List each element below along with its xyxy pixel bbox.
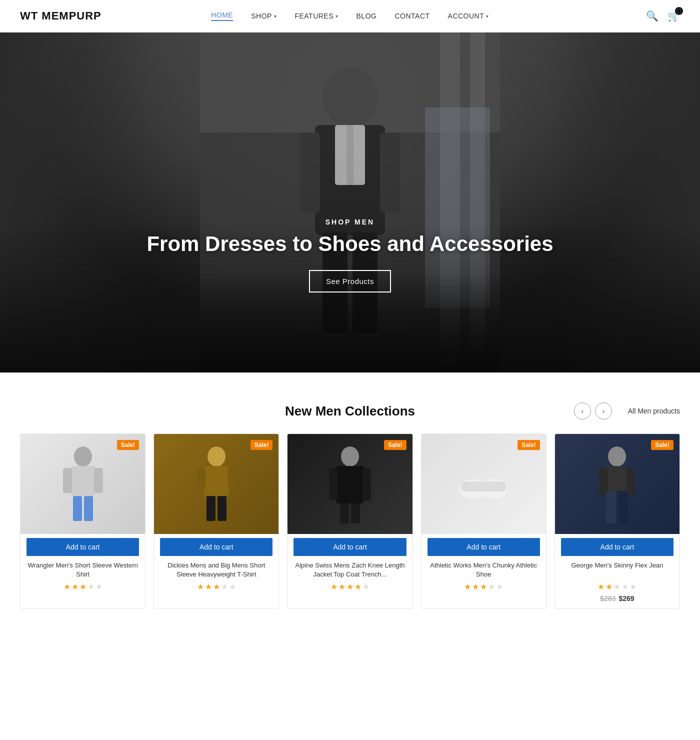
product-image: Sale! <box>20 434 145 534</box>
svg-rect-30 <box>340 504 349 524</box>
product-stars: ★★★★★ <box>26 582 139 592</box>
svg-rect-18 <box>73 496 82 521</box>
price-old: $283 <box>600 594 616 602</box>
hero-title: From Dresses to Shoes and Accessories <box>146 232 553 256</box>
star-4: ★ <box>96 582 102 592</box>
sale-badge: Sale! <box>384 440 406 450</box>
add-to-cart-button[interactable]: Add to cart <box>294 538 406 556</box>
add-to-cart-button[interactable]: Add to cart <box>26 538 139 556</box>
nav-blog[interactable]: BLOG <box>356 12 377 20</box>
sale-badge: Sale! <box>250 440 273 450</box>
site-logo[interactable]: WT MEMPURP <box>20 10 102 22</box>
svg-rect-22 <box>196 468 206 488</box>
svg-rect-41 <box>618 491 628 524</box>
product-card: Sale! Add to cart Athletic Works Men's C… <box>421 434 546 609</box>
all-products-link[interactable]: All Men products <box>628 407 680 415</box>
product-image: Sale! <box>422 434 546 534</box>
product-bottom: Add to cart Athletic Works Men's Chunky … <box>422 534 546 600</box>
svg-rect-27 <box>336 466 364 504</box>
header-icons: 🔍 🛒 0 <box>646 10 680 22</box>
svg-rect-31 <box>351 504 360 524</box>
svg-rect-15 <box>70 466 96 496</box>
product-stars: ★★★★★ <box>294 582 406 592</box>
svg-point-20 <box>208 446 226 466</box>
svg-rect-16 <box>63 468 72 493</box>
product-card: Sale! Add to cart Wrangler Men's Short S… <box>20 434 146 609</box>
price-new: $269 <box>618 594 634 602</box>
product-stars: ★★★★★ <box>561 582 674 592</box>
prev-arrow-button[interactable]: ‹ <box>574 402 591 420</box>
star-0: ★ <box>464 582 471 592</box>
star-2: ★ <box>480 582 487 592</box>
star-0: ★ <box>197 582 204 592</box>
product-bottom: Add to cart Alpine Swiss Mens Zach Knee … <box>288 534 412 600</box>
sale-badge: Sale! <box>651 440 674 450</box>
star-3: ★ <box>88 582 94 592</box>
add-to-cart-button[interactable]: Add to cart <box>561 538 674 556</box>
star-3: ★ <box>221 582 228 592</box>
nav-contact[interactable]: CONTACT <box>394 12 430 20</box>
star-3: ★ <box>488 582 495 592</box>
collections-section: New Men Collections ‹ › All Men products… <box>0 372 700 629</box>
star-2: ★ <box>614 582 620 592</box>
cart-icon-wrap[interactable]: 🛒 0 <box>668 10 680 22</box>
star-4: ★ <box>362 582 370 592</box>
star-1: ★ <box>72 582 78 592</box>
add-to-cart-button[interactable]: Add to cart <box>428 538 540 556</box>
svg-rect-8 <box>380 132 400 212</box>
product-image: Sale! <box>555 434 680 534</box>
nav-features[interactable]: FEATURES ▾ <box>294 12 338 20</box>
svg-rect-24 <box>206 496 216 521</box>
svg-rect-35 <box>481 482 506 492</box>
svg-rect-28 <box>329 468 338 500</box>
star-0: ★ <box>598 582 604 592</box>
nav-shop[interactable]: SHOP ▾ <box>251 12 276 20</box>
product-card: Sale! Add to cart George Men's Skinny Fl… <box>554 434 680 609</box>
product-name: Wrangler Men's Short Sleeve Western Shir… <box>26 561 139 579</box>
account-dropdown-icon: ▾ <box>486 14 489 19</box>
product-name: George Men's Skinny Flex Jean <box>561 561 674 579</box>
star-0: ★ <box>330 582 338 592</box>
nav-home[interactable]: HOME <box>211 11 233 21</box>
features-dropdown-icon: ▾ <box>336 14 338 19</box>
product-card: Sale! Add to cart Alpine Swiss Mens Zach… <box>287 434 412 609</box>
svg-point-36 <box>608 446 626 466</box>
collections-header: New Men Collections ‹ › All Men products <box>20 402 680 420</box>
next-arrow-button[interactable]: › <box>595 402 612 420</box>
carousel-nav: ‹ › <box>574 402 612 420</box>
product-image: Sale! <box>154 434 278 534</box>
add-to-cart-button[interactable]: Add to cart <box>160 538 272 556</box>
collections-title: New Men Collections <box>240 404 460 419</box>
svg-point-14 <box>74 446 92 466</box>
svg-rect-37 <box>606 466 628 491</box>
star-1: ★ <box>472 582 479 592</box>
star-0: ★ <box>64 582 70 592</box>
svg-rect-7 <box>300 132 320 212</box>
product-stars: ★★★★★ <box>160 582 272 592</box>
sale-badge: Sale! <box>518 440 540 450</box>
nav-account[interactable]: ACCOUNT ▾ <box>448 12 489 20</box>
star-2: ★ <box>213 582 220 592</box>
svg-rect-29 <box>362 468 371 500</box>
star-1: ★ <box>338 582 346 592</box>
product-name: Alpine Swiss Mens Zach Knee Length Jacke… <box>294 561 406 579</box>
svg-rect-40 <box>606 491 616 524</box>
product-image: Sale! <box>288 434 412 534</box>
star-4: ★ <box>229 582 236 592</box>
product-name: Athletic Works Men's Chunky Athletic Sho… <box>428 561 540 579</box>
star-3: ★ <box>354 582 362 592</box>
star-1: ★ <box>606 582 612 592</box>
svg-point-5 <box>322 68 378 128</box>
product-bottom: Add to cart Dickies Mens and Big Mens Sh… <box>154 534 278 600</box>
product-card: Sale! Add to cart Dickies Mens and Big M… <box>154 434 279 609</box>
search-icon[interactable]: 🔍 <box>646 10 658 22</box>
sale-badge: Sale! <box>117 440 140 450</box>
see-products-button[interactable]: See Products <box>309 270 391 292</box>
hero-subtitle: SHOP MEN <box>146 218 553 226</box>
shop-dropdown-icon: ▾ <box>274 14 277 19</box>
main-nav: HOME SHOP ▾ FEATURES ▾ BLOG CONTACT ACCO… <box>211 11 489 21</box>
svg-rect-21 <box>204 466 229 496</box>
svg-rect-19 <box>84 496 93 521</box>
star-2: ★ <box>80 582 86 592</box>
product-grid: Sale! Add to cart Wrangler Men's Short S… <box>20 434 680 609</box>
